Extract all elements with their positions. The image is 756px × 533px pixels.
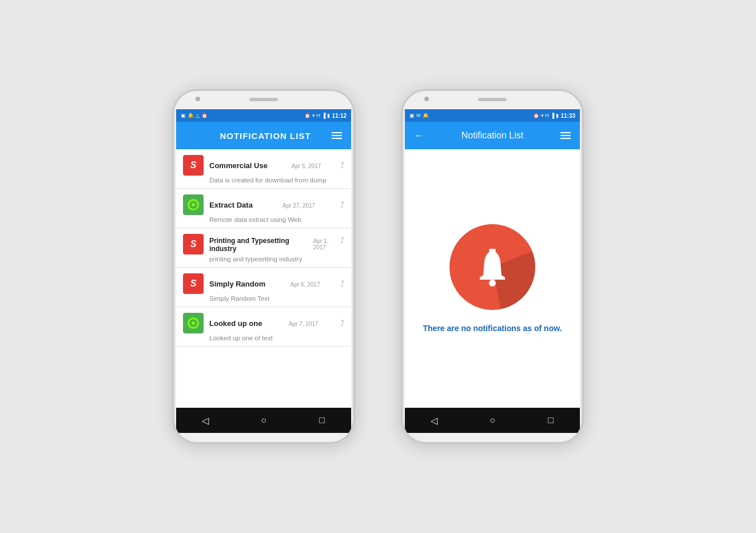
phone-2-status-right: ⏰ ▾ H ▐ ▮ 11:33 — [533, 113, 575, 119]
phone-1-app-bar: NOTIFICATION LIST — [176, 122, 351, 149]
phone-1-speaker — [249, 98, 278, 101]
status2-icon-mail: ✉ — [416, 113, 421, 118]
notification-title-5: Looked up one — [209, 319, 262, 328]
status-icon-triangle: △ — [196, 113, 200, 118]
status2-battery: ▮ — [556, 113, 559, 118]
notification-body-1: Data is created for download from dump — [183, 177, 344, 184]
phone-2-camera — [424, 97, 429, 101]
notification-date-2: Apr 27, 2017 — [282, 202, 315, 209]
notification-title-4: Simply Random — [209, 280, 265, 288]
phone-2-time: 11:33 — [560, 113, 575, 119]
share-icon-1[interactable]: ⤴ — [340, 161, 344, 170]
notification-body-5: Looked up one of text — [183, 335, 344, 341]
share-icon-4[interactable]: ⤴ — [340, 279, 344, 288]
share-icon-5[interactable]: ⤴ — [340, 319, 344, 328]
notification-title-1: Commercial Use — [209, 161, 268, 170]
notification-header-4: Simply Random Apr 6, 2017 ⤴ — [209, 279, 344, 288]
s-icon-1: S — [190, 160, 197, 170]
status2-icon-img: ▣ — [409, 113, 415, 118]
phone-2-bottom-nav: ◁ ○ □ — [405, 408, 580, 433]
notification-content-3: Printing and Typesetting industry Apr 1,… — [209, 236, 344, 253]
ring-icon-2 — [188, 199, 199, 210]
svg-rect-1 — [489, 249, 496, 252]
notification-icon-5 — [183, 313, 204, 333]
svg-point-0 — [489, 280, 496, 287]
notification-row-1: S Commercial Use Apr 6, 2017 ⤴ — [183, 155, 344, 176]
notification-row-3: S Printing and Typesetting industry Apr … — [183, 234, 344, 254]
phone-2-bottom-frame — [405, 433, 580, 442]
phone-1-status-right: ⏰ ▾ H ▐ ▮ 11:12 — [304, 113, 347, 119]
phone-1-notification-list: S Commercial Use Apr 6, 2017 ⤴ Data is c… — [176, 149, 351, 408]
notification-row-2: Extract Data Apr 27, 2017 ⤴ — [183, 194, 344, 215]
notification-item-1[interactable]: S Commercial Use Apr 6, 2017 ⤴ Data is c… — [176, 149, 351, 189]
phone-2-menu-icon[interactable] — [560, 132, 571, 139]
status-icon-bell: 🔔 — [188, 113, 194, 118]
phone-2-home-btn[interactable]: ○ — [483, 411, 502, 429]
phone-2-top-bar — [403, 91, 582, 109]
phone-1-status-left: ▣ 🔔 △ ⏰ — [181, 113, 208, 118]
share-icon-2[interactable]: ⤴ — [340, 200, 344, 209]
notification-header-5: Looked up one Apr 7, 2017 ⤴ — [209, 319, 344, 328]
phone-2: ▣ ✉ 🔔 ⏰ ▾ H ▐ ▮ 11:33 ← Notification Lis… — [401, 89, 584, 444]
phone-1-back-btn[interactable]: ◁ — [196, 411, 214, 429]
notification-row-4: S Simply Random Apr 6, 2017 ⤴ — [183, 273, 344, 294]
notification-item-3[interactable]: S Printing and Typesetting industry Apr … — [176, 228, 351, 268]
share-icon-3[interactable]: ⤴ — [340, 236, 344, 245]
notification-body-3: printing and typesetting industry — [183, 256, 344, 262]
phone-2-speaker — [478, 98, 507, 101]
phone-1-bottom-nav: ◁ ○ □ — [176, 408, 351, 433]
status-signal: ▐ — [322, 113, 325, 118]
notification-date-3: Apr 1, 2017 — [313, 238, 340, 250]
status-h: H — [317, 113, 321, 118]
notification-content-2: Extract Data Apr 27, 2017 ⤴ — [209, 200, 344, 209]
phone-2-back-arrow[interactable]: ← — [414, 130, 424, 142]
phone-2-status-left: ▣ ✉ 🔔 — [409, 113, 429, 118]
notification-content-1: Commercial Use Apr 6, 2017 ⤴ — [209, 161, 344, 170]
phone-1-menu-icon[interactable] — [332, 132, 342, 139]
phone-2-empty-state: There are no notifications as of now. — [405, 149, 580, 408]
status2-alarm: ⏰ — [533, 113, 539, 118]
notification-icon-3: S — [183, 234, 204, 254]
status-alarm: ⏰ — [304, 113, 311, 118]
phone-1: ▣ 🔔 △ ⏰ ⏰ ▾ H ▐ ▮ 11:12 NOTIFICATION LIS… — [172, 89, 355, 444]
status-icon-clock: ⏰ — [201, 113, 208, 118]
status-wifi: ▾ — [312, 113, 315, 118]
notification-date-1: Apr 6, 2017 — [292, 163, 321, 169]
phone-1-bottom-frame — [176, 433, 351, 442]
notification-body-2: Remote data extract using Web — [183, 216, 344, 223]
notification-item-4[interactable]: S Simply Random Apr 6, 2017 ⤴ Simply Ran… — [176, 268, 351, 307]
empty-state-text: There are no notifications as of now. — [423, 324, 562, 333]
notification-icon-2 — [183, 194, 204, 215]
phone-1-status-bar: ▣ 🔔 △ ⏰ ⏰ ▾ H ▐ ▮ 11:12 — [176, 109, 351, 122]
bell-circle — [449, 224, 535, 310]
phone-2-app-title: Notification List — [424, 130, 560, 141]
notification-row-5: Looked up one Apr 7, 2017 ⤴ — [183, 313, 344, 333]
bell-icon-svg — [469, 244, 515, 290]
notification-icon-4: S — [183, 273, 204, 294]
notification-icon-1: S — [183, 155, 204, 176]
notification-item-2[interactable]: Extract Data Apr 27, 2017 ⤴ Remote data … — [176, 189, 351, 228]
phone-1-recent-btn[interactable]: □ — [313, 411, 331, 429]
phone-2-recent-btn[interactable]: □ — [542, 411, 560, 429]
phone-1-home-btn[interactable]: ○ — [254, 411, 273, 429]
notification-header-3: Printing and Typesetting industry Apr 1,… — [209, 236, 344, 253]
main-container: ▣ 🔔 △ ⏰ ⏰ ▾ H ▐ ▮ 11:12 NOTIFICATION LIS… — [149, 66, 607, 467]
ring-icon-5 — [188, 317, 199, 329]
status2-icon-bell: 🔔 — [423, 113, 429, 118]
notification-header-1: Commercial Use Apr 6, 2017 ⤴ — [209, 161, 344, 170]
phone-1-screen: ▣ 🔔 △ ⏰ ⏰ ▾ H ▐ ▮ 11:12 NOTIFICATION LIS… — [176, 109, 351, 433]
notification-item-5[interactable]: Looked up one Apr 7, 2017 ⤴ Looked up on… — [176, 307, 351, 347]
s-icon-4: S — [190, 279, 197, 289]
phone-2-screen: ▣ ✉ 🔔 ⏰ ▾ H ▐ ▮ 11:33 ← Notification Lis… — [405, 109, 580, 433]
notification-title-3: Printing and Typesetting industry — [209, 237, 309, 253]
phone-2-back-btn[interactable]: ◁ — [425, 411, 443, 429]
phone-1-camera — [196, 97, 200, 101]
status-battery: ▮ — [327, 113, 330, 118]
notification-date-4: Apr 6, 2017 — [291, 281, 320, 288]
phone-1-top-bar — [174, 91, 353, 109]
phone-2-status-bar: ▣ ✉ 🔔 ⏰ ▾ H ▐ ▮ 11:33 — [405, 109, 580, 122]
notification-content-5: Looked up one Apr 7, 2017 ⤴ — [209, 319, 344, 328]
notification-header-2: Extract Data Apr 27, 2017 ⤴ — [209, 200, 344, 209]
status2-h: H — [546, 113, 550, 118]
phone-1-app-title: NOTIFICATION LIST — [199, 131, 332, 141]
